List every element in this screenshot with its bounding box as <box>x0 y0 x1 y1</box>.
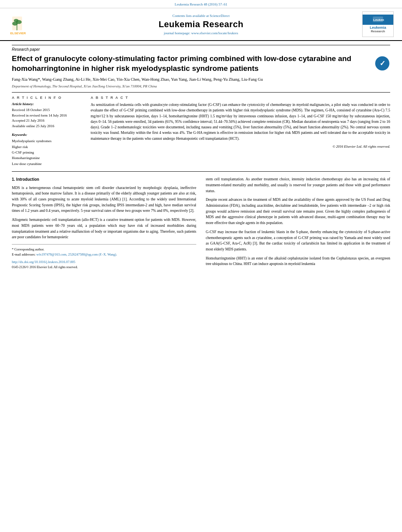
crossmark-icon[interactable]: ✓ <box>374 56 390 71</box>
homepage-link[interactable]: www.elsevier.com/locate/leukres <box>191 31 238 35</box>
copyright: © 2016 Elsevier Ltd. All rights reserved… <box>91 145 390 148</box>
email-note: E-mail addresses: wfx197478@163.com, 252… <box>12 252 196 257</box>
page: Leukemia Research 48 (2016) 57–61 ELSEVI… <box>0 0 402 532</box>
main-content: Research paper Effect of granulocyte col… <box>0 41 402 274</box>
keywords-label: Keywords: <box>12 133 83 137</box>
logo-icon: Leukemia <box>372 16 384 23</box>
article-info-header: A R T I C L E I N F O <box>12 96 83 100</box>
keyword-3: G-CSF priming <box>12 150 83 155</box>
affiliation: Department of Hematology, The Second Hos… <box>12 84 390 88</box>
intro-para2: Allogeneic hematopoietic cell transplant… <box>12 217 196 240</box>
doi-link[interactable]: http://dx.doi.org/10.1016/j.leukres.2016… <box>12 260 75 264</box>
keyword-2: Higher risk <box>12 144 83 150</box>
sciencedirect-link[interactable]: ScienceDirect <box>210 14 229 18</box>
keyword-4: Homoharringtonine <box>12 155 83 161</box>
journal-logo-box: Leukemia Leukemia Research <box>362 11 394 37</box>
right-para2: Despite recent advances in the treatment… <box>206 197 390 226</box>
article-info-column: A R T I C L E I N F O Article history: R… <box>12 96 83 167</box>
issn-text: 0145-2126/© 2016 Elsevier Ltd. All right… <box>12 265 78 269</box>
journal-title: Leukemia Research <box>158 19 243 30</box>
journal-header: ELSEVIER Contents lists available at Sci… <box>0 8 402 41</box>
received-date: Received 18 October 2015 <box>12 108 83 113</box>
section-divider <box>12 171 390 172</box>
journal-logo-area: Leukemia Leukemia Research <box>360 11 396 37</box>
revised-date: Received in revised form 14 July 2016 <box>12 113 83 119</box>
history-label: Article history: <box>12 102 83 106</box>
elsevier-logo-icon: ELSEVIER <box>8 13 40 36</box>
sciencedirect-text: Contents lists available at ScienceDirec… <box>173 14 230 18</box>
abstract-header: A B S T R A C T <box>91 96 390 100</box>
svg-text:Leukemia: Leukemia <box>373 18 384 22</box>
logo-top-text: Leukemia <box>363 15 393 25</box>
intro-para1: MDS is a heterogeneous clonal hematopoie… <box>12 185 196 214</box>
svg-point-4 <box>14 19 19 22</box>
intro-heading: 1. Introduction <box>12 176 196 183</box>
email-addresses[interactable]: wfx197478@163.com, 2526247580@qq.com (F.… <box>36 252 117 256</box>
available-date: Available online 25 July 2016 <box>12 124 83 129</box>
article-title: Effect of granulocyte colony-stimulating… <box>12 54 374 73</box>
right-para4: Homoharringtonine (HHT) is an ester of t… <box>206 256 390 267</box>
body-right-col: stem cell transplantation. As another tr… <box>206 176 390 270</box>
doi-area: http://dx.doi.org/10.1016/j.leukres.2016… <box>12 260 196 270</box>
elsevier-logo-area: ELSEVIER <box>6 11 42 37</box>
right-para1: stem cell transplantation. As another tr… <box>206 176 390 194</box>
journal-ref-text: Leukemia Research 48 (2016) 57–61 <box>175 2 227 6</box>
body-content: 1. Introduction MDS is a heterogeneous c… <box>12 176 390 270</box>
authors: Fang-Xia Wang*, Wang-Gang Zhang, Ai-Li H… <box>12 76 390 83</box>
logo-bottom-text: Leukemia Research <box>369 25 387 34</box>
corresponding-note: * Corresponding author. <box>12 247 196 252</box>
journal-reference-bar: Leukemia Research 48 (2016) 57–61 <box>0 0 402 8</box>
accepted-date: Accepted 21 July 2016 <box>12 118 83 124</box>
svg-text:✓: ✓ <box>380 59 385 67</box>
article-info-abstract: A R T I C L E I N F O Article history: R… <box>12 92 390 167</box>
keyword-5: Low-dose cytarabine <box>12 161 83 167</box>
journal-title-area: Contents lists available at ScienceDirec… <box>46 11 356 37</box>
abstract-text: As sensitization of leukemia cells with … <box>91 102 390 141</box>
keyword-1: Myelodysplastic syndromes <box>12 138 83 144</box>
svg-text:ELSEVIER: ELSEVIER <box>10 32 26 35</box>
right-para3: G-CSF may increase the fraction of leuke… <box>206 229 390 252</box>
abstract-column: A B S T R A C T As sensitization of leuk… <box>91 96 390 167</box>
keywords-section: Keywords: Myelodysplastic syndromes High… <box>12 133 83 167</box>
journal-homepage: journal homepage: www.elsevier.com/locat… <box>164 31 238 35</box>
body-left-col: 1. Introduction MDS is a heterogeneous c… <box>12 176 196 270</box>
footnote-area: * Corresponding author. E-mail addresses… <box>12 244 196 257</box>
article-title-section: Effect of granulocyte colony-stimulating… <box>12 54 390 73</box>
section-label: Research paper <box>12 45 390 52</box>
